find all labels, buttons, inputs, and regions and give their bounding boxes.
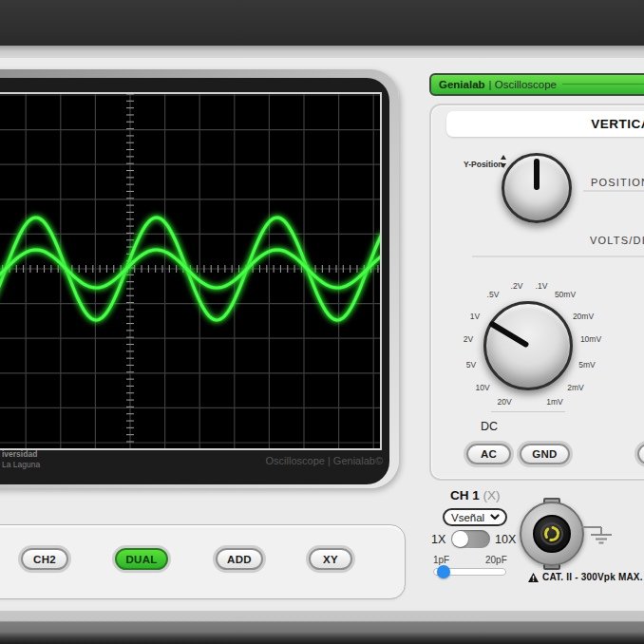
knob-pointer xyxy=(534,159,540,190)
volts-div-knob[interactable] xyxy=(483,301,573,390)
arrow-down-icon[interactable] xyxy=(501,163,506,168)
bottom-chassis-strips xyxy=(0,605,644,644)
chevron-down-icon xyxy=(490,514,500,521)
y-position-knob[interactable] xyxy=(502,153,572,223)
channel-name: CH 1 xyxy=(450,488,480,502)
volts-scale-label: 1V xyxy=(470,312,480,321)
volts-scale-label: 2mV xyxy=(567,383,583,392)
volts-scale-label: 5V xyxy=(466,360,476,369)
coupling-button-gnd[interactable]: GND xyxy=(520,444,570,464)
signal-select-value: Vseñal xyxy=(451,512,484,523)
mode-button-ch2[interactable]: CH2 xyxy=(21,548,68,570)
top-silver-band xyxy=(0,46,644,58)
volts-scale-label: 10V xyxy=(475,383,489,392)
volts-scale-label: 2V xyxy=(464,334,473,344)
oscilloscope-app: iversidad La Laguna Oscilloscope | Genia… xyxy=(0,0,644,644)
volts-scale-label: 10mV xyxy=(580,334,601,344)
brand-name: Genialab xyxy=(439,79,485,90)
knob-pointer xyxy=(488,320,529,348)
volts-scale-label: .1V xyxy=(536,281,548,291)
warning-text: CAT. II - 300Vpk MAX. xyxy=(542,572,643,582)
app-header-chip: Genialab | Oscilloscope xyxy=(429,73,644,96)
volts-scale-label: .5V xyxy=(487,290,500,299)
attenuation-1x-label: 1X xyxy=(431,533,445,546)
volts-div-label: VOLTS/DIV xyxy=(590,235,644,246)
ground-symbol-icon xyxy=(579,521,617,547)
volts-scale-label: .2V xyxy=(511,281,523,291)
bnc-socket xyxy=(533,515,571,553)
scope-branding: Oscilloscope | Genialab© xyxy=(266,455,383,466)
university-branding: iversidad La Laguna xyxy=(2,449,40,470)
app-name: Oscilloscope xyxy=(495,79,557,90)
waveform-svg xyxy=(0,94,380,448)
y-position-label: Y-Position xyxy=(464,160,503,169)
arrow-up-icon[interactable] xyxy=(501,155,506,160)
volts-scale-label: 5mV xyxy=(578,360,595,369)
header-separator: | xyxy=(489,79,492,90)
mode-button-xy[interactable]: XY xyxy=(309,548,352,570)
capacitance-max-label: 20pF xyxy=(485,555,507,565)
capacitance-slider-thumb[interactable] xyxy=(437,565,450,578)
volts-scale-label: 20mV xyxy=(573,312,594,321)
volts-scale-label: 50mV xyxy=(555,290,576,299)
scope-screen xyxy=(0,92,382,450)
coupling-button-ac[interactable]: AC xyxy=(466,444,511,464)
position-label: POSITION xyxy=(591,177,644,188)
position-underline xyxy=(583,190,644,192)
volts-scale-label: 1mV xyxy=(546,397,562,407)
attenuation-10x-label: 10X xyxy=(495,533,516,546)
mode-button-dual[interactable]: DUAL xyxy=(115,548,168,570)
channel-title: CH 1 (X) xyxy=(450,488,501,502)
chip-decorative-line xyxy=(562,84,644,85)
capacitance-min-label: 1pF xyxy=(433,555,449,565)
top-dark-bar xyxy=(0,0,644,46)
mode-button-add[interactable]: ADD xyxy=(216,548,263,570)
signal-select[interactable]: Vseñal xyxy=(443,508,507,526)
warning-triangle-icon xyxy=(528,573,539,582)
safety-warning: CAT. II - 300Vpk MAX. xyxy=(528,572,643,582)
y-position-arrows[interactable] xyxy=(501,155,506,168)
volts-knob-underline xyxy=(491,411,565,412)
attenuation-toggle[interactable] xyxy=(451,530,490,548)
volts-div-underline xyxy=(472,256,644,257)
bnc-contact-icon xyxy=(542,524,561,543)
coupling-indicator: DC xyxy=(481,420,498,433)
channel-axis: (X) xyxy=(483,488,501,502)
vertical-panel-title: VERTICAL xyxy=(446,111,644,137)
bnc-connector[interactable] xyxy=(520,502,584,566)
volts-scale-label: 20V xyxy=(497,397,511,407)
toggle-knob[interactable] xyxy=(452,531,468,547)
